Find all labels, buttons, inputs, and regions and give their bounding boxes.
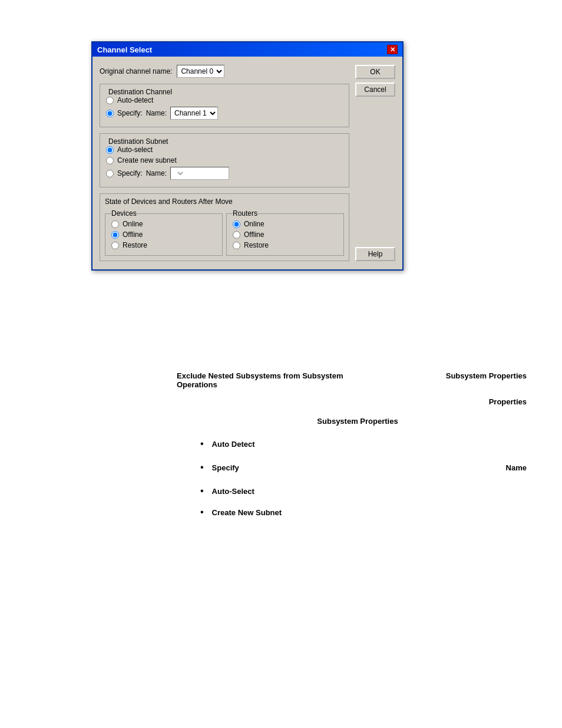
content-area: Exclude Nested Subsystems from Subsystem… <box>177 371 538 528</box>
bullet-3-label: Create New Subnet <box>212 508 282 517</box>
state-section: State of Devices and Routers After Move … <box>100 193 349 261</box>
channel-select-dialog: Channel Select ✕ Original channel name: … <box>91 41 404 271</box>
content-header-row: Exclude Nested Subsystems from Subsystem… <box>177 371 538 389</box>
destination-specify-row: Specify: Name: Channel 1 Channel 0 Chann… <box>106 107 343 120</box>
routers-legend: Routers <box>233 209 257 218</box>
dialog-buttons-panel: OK Cancel Help <box>355 65 395 261</box>
bullet-item-2: • Auto-Select <box>177 486 538 496</box>
subnet-name-select[interactable] <box>171 167 185 179</box>
header-right: Subsystem Properties <box>446 371 527 380</box>
routers-fieldset: Routers Online Offline Res <box>226 209 344 256</box>
bullet-1-label: Specify <box>212 463 506 472</box>
devices-restore-row: Restore <box>111 241 216 249</box>
original-channel-select-wrapper[interactable]: Channel 0 Channel 1 Channel 2 <box>177 65 224 78</box>
subnet-name-select-wrapper[interactable] <box>170 167 229 180</box>
destination-channel-name-select[interactable]: Channel 1 Channel 0 Channel 2 <box>171 107 217 119</box>
subnet-specify-name-label: Name: <box>146 169 167 177</box>
dialog-title: Channel Select <box>97 45 152 54</box>
original-channel-select[interactable]: Channel 0 Channel 1 Channel 2 <box>177 65 224 77</box>
devices-online-radio[interactable] <box>111 220 119 228</box>
cancel-button[interactable]: Cancel <box>355 83 395 97</box>
bullet-0-icon: • <box>200 439 204 449</box>
bullet-0-label: Auto Detect <box>212 440 255 449</box>
original-channel-label: Original channel name: <box>100 67 172 75</box>
bullet-item-1: • Specify Name <box>177 462 538 473</box>
routers-restore-radio[interactable] <box>233 242 240 249</box>
header-line2: Operations <box>177 380 343 389</box>
bullet-item-3: • Create New Subnet <box>177 507 538 518</box>
bullet-3-icon: • <box>200 507 204 518</box>
subsystem-properties-title: Subsystem Properties <box>177 417 538 426</box>
subnet-auto-row: Auto-select <box>106 146 343 154</box>
close-button[interactable]: ✕ <box>387 45 398 54</box>
destination-specify-name-label: Name: <box>146 109 167 117</box>
devices-legend: Devices <box>111 209 137 218</box>
subnet-auto-select-label[interactable]: Auto-select <box>117 146 153 154</box>
routers-offline-label[interactable]: Offline <box>244 230 264 239</box>
bullet-item-0: • Auto Detect <box>177 439 538 449</box>
subnet-specify-row: Specify: Name: <box>106 167 343 180</box>
routers-restore-row: Restore <box>233 241 338 249</box>
dialog-main-panel: Original channel name: Channel 0 Channel… <box>100 65 349 261</box>
routers-offline-row: Offline <box>233 230 338 239</box>
original-channel-row: Original channel name: Channel 0 Channel… <box>100 65 349 78</box>
devices-fieldset: Devices Online Offline Res <box>105 209 223 256</box>
routers-offline-radio[interactable] <box>233 231 240 239</box>
content-header-left: Exclude Nested Subsystems from Subsystem… <box>177 371 343 389</box>
ok-button[interactable]: OK <box>355 65 395 79</box>
routers-online-row: Online <box>233 220 338 228</box>
header-line1: Exclude Nested Subsystems from Subsystem <box>177 371 343 380</box>
devices-restore-label[interactable]: Restore <box>123 241 147 249</box>
devices-online-label[interactable]: Online <box>123 220 143 228</box>
subnet-specify-radio[interactable] <box>106 170 114 177</box>
destination-subnet-group: Destination Subnet Auto-select Create ne… <box>100 133 349 187</box>
state-legend: State of Devices and Routers After Move <box>105 197 344 206</box>
destination-channel-legend: Destination Channel <box>106 88 174 96</box>
destination-channel-group: Destination Channel Auto-detect Specify:… <box>100 84 349 127</box>
routers-online-radio[interactable] <box>233 220 240 228</box>
destination-auto-detect-radio[interactable] <box>106 97 114 104</box>
subnet-specify-label[interactable]: Specify: <box>117 169 143 177</box>
destination-auto-row: Auto-detect <box>106 96 343 104</box>
subnet-create-label[interactable]: Create new subnet <box>117 156 177 164</box>
subnet-create-radio[interactable] <box>106 157 114 164</box>
bullet-2-icon: • <box>200 486 204 496</box>
devices-offline-row: Offline <box>111 230 216 239</box>
destination-subnet-legend: Destination Subnet <box>106 137 170 146</box>
bullet-1-value: Name <box>506 463 527 472</box>
devices-online-row: Online <box>111 220 216 228</box>
dialog-body: Original channel name: Channel 0 Channel… <box>92 57 402 269</box>
bullet-items-container: • Auto Detect • Specify Name • Auto-Sele… <box>177 439 538 518</box>
destination-auto-detect-label[interactable]: Auto-detect <box>117 96 153 104</box>
destination-specify-label[interactable]: Specify: <box>117 109 143 117</box>
devices-offline-label[interactable]: Offline <box>123 230 143 239</box>
dialog-container: Channel Select ✕ Original channel name: … <box>91 41 404 271</box>
bullet-2-label: Auto-Select <box>212 487 254 496</box>
destination-channel-name-select-wrapper[interactable]: Channel 1 Channel 0 Channel 2 <box>170 107 218 120</box>
subnet-create-row: Create new subnet <box>106 156 343 164</box>
dialog-titlebar: Channel Select ✕ <box>92 42 402 57</box>
devices-offline-radio[interactable] <box>111 231 119 239</box>
destination-specify-radio[interactable] <box>106 110 114 117</box>
properties-label: Properties <box>177 397 527 406</box>
routers-restore-label[interactable]: Restore <box>244 241 269 249</box>
routers-online-label[interactable]: Online <box>244 220 265 228</box>
devices-restore-radio[interactable] <box>111 242 119 249</box>
bullet-1-icon: • <box>200 462 204 473</box>
state-inner: Devices Online Offline Res <box>105 209 344 256</box>
help-button[interactable]: Help <box>355 247 395 261</box>
subnet-auto-select-radio[interactable] <box>106 146 114 154</box>
